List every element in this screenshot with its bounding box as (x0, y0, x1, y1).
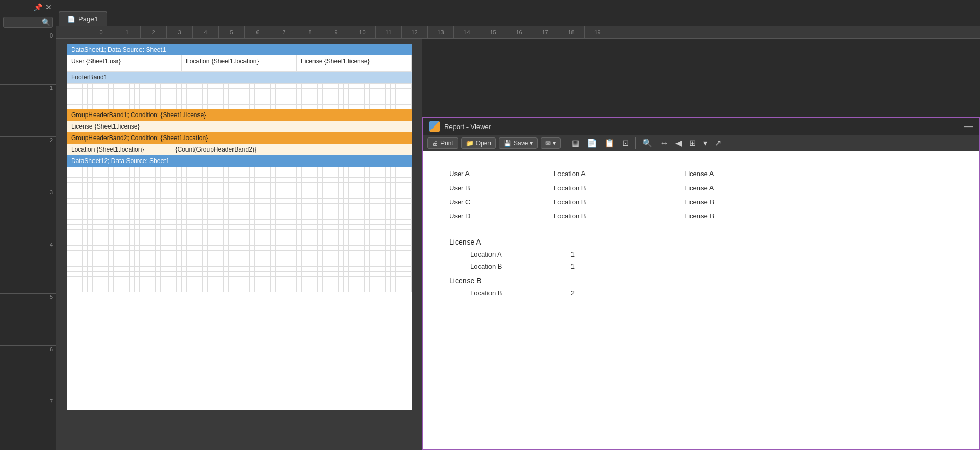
save-icon: 💾 (504, 140, 511, 147)
fit-width-button[interactable]: ↔ (658, 137, 670, 149)
ruler-h-mark-10: 10 (349, 26, 375, 38)
ruler-h-mark-13: 13 (427, 26, 453, 38)
ruler-h-mark-14: 14 (453, 26, 480, 38)
license-b-header: License B (449, 272, 953, 287)
email-icon: ✉ (545, 140, 551, 147)
open-button[interactable]: 📁 Open (461, 137, 496, 149)
multi-page-button[interactable]: ⊞ (687, 137, 698, 149)
viewer-title: Report - Viewer (444, 123, 491, 131)
tab-bar: 📄 Page1 (56, 0, 980, 26)
viewer-title-left: Report - Viewer (429, 121, 491, 132)
viewer-panel: Report - Viewer — 🖨 Print 📁 Open 💾 Save … (422, 117, 980, 450)
ruler-mark-6: 6 (0, 345, 56, 398)
footer-band: FooterBand1 (67, 72, 412, 83)
two-page-button[interactable]: 📋 (602, 137, 617, 149)
viewer-toolbar: 🖨 Print 📁 Open 💾 Save ▾ ✉ ▾ ▦ 📄 📋 ⊡ 🔍 ↔ … (423, 135, 979, 151)
ruler-h-mark-6: 6 (244, 26, 271, 38)
ruler-h-mark-1: 1 (114, 26, 140, 38)
ruler-mark-1: 1 (0, 84, 56, 136)
group-header-band2: GroupHeaderBand2; Condition: {Sheet1.loc… (67, 132, 412, 144)
ruler-h-mark-16: 16 (506, 26, 532, 38)
ruler-h-mark-8: 8 (297, 26, 323, 38)
report-license-3: License B (684, 212, 789, 220)
ruler-h-mark-0: 0 (88, 26, 114, 38)
report-data-row-0: User A Location A License A (449, 167, 953, 181)
multi-page-dropdown[interactable]: ▾ (701, 137, 709, 149)
viewer-minimize-button[interactable]: — (964, 122, 973, 131)
datasheet2-header-label: DataSheet12; Data Source: Sheet1 (71, 157, 169, 165)
close-icon[interactable]: ✕ (45, 3, 52, 11)
email-button[interactable]: ✉ ▾ (541, 137, 561, 149)
tab-label: Page1 (78, 15, 98, 23)
report-user-1: User B (449, 184, 554, 192)
canvas-page: DataSheet1; Data Source: Sheet1 User {Sh… (67, 44, 412, 410)
viewer-logo (429, 121, 440, 132)
datasheet2-grid (67, 167, 412, 292)
sidebar-top-icons: 📌 ✕ (0, 0, 56, 15)
report-location-0: Location A (554, 170, 684, 178)
datasheet1-header-band: DataSheet1; Data Source: Sheet1 (67, 44, 412, 55)
ruler-h-mark-11: 11 (375, 26, 401, 38)
search-bar[interactable]: 🔍 (3, 17, 53, 28)
license-b-loc-b-name: Location B (470, 289, 549, 297)
report-license-0: License A (684, 170, 789, 178)
horizontal-ruler: 0 1 2 3 4 5 6 7 8 9 10 11 12 13 14 15 16… (56, 26, 980, 39)
ruler-h-mark-18: 18 (558, 26, 584, 38)
report-gap (449, 223, 953, 234)
license-a-header: License A (449, 234, 953, 248)
pin-icon[interactable]: 📌 (33, 3, 42, 11)
save-button[interactable]: 💾 Save ▾ (499, 137, 538, 149)
report-data-row-3: User D Location B License B (449, 209, 953, 223)
ruler-mark-2: 2 (0, 136, 56, 189)
export-button[interactable]: ↗ (713, 137, 724, 149)
fit-page-button[interactable]: ⊡ (620, 137, 631, 149)
ruler-h-mark-17: 17 (532, 26, 558, 38)
viewer-content: User A Location A License A User B Locat… (423, 151, 979, 449)
datasheet1-header-label: DataSheet1; Data Source: Sheet1 (71, 46, 166, 53)
print-button[interactable]: 🖨 Print (427, 137, 458, 149)
report-user-3: User D (449, 212, 554, 220)
viewer-titlebar: Report - Viewer — (423, 118, 979, 135)
ruler-mark-0: 0 (0, 32, 56, 84)
report-user-0: User A (449, 170, 554, 178)
ruler-h-mark-5: 5 (218, 26, 244, 38)
ruler-h-mark-7: 7 (271, 26, 297, 38)
license-col: License {Sheet1.license} (297, 55, 412, 71)
ruler-h-mark-9: 9 (323, 26, 349, 38)
toolbar-sep1 (565, 137, 565, 149)
toolbar-sep2 (635, 137, 636, 149)
page-view-button[interactable]: ▦ (569, 137, 581, 149)
license-a-loc-b-row: Location B 1 (449, 260, 953, 272)
footer-grid (67, 83, 412, 109)
location-col: Location {Sheet1.location} (182, 55, 297, 71)
save-dropdown-icon: ▾ (530, 140, 533, 147)
tab-page1[interactable]: 📄 Page1 (59, 11, 107, 26)
vertical-ruler: 0 1 2 3 4 5 6 7 8 9 10 11 (0, 30, 56, 450)
folder-icon: 📁 (466, 140, 474, 147)
license-a-loc-a-count: 1 (549, 250, 575, 258)
group-header-band1: GroupHeaderBand1; Condition: {Sheet1.lic… (67, 109, 412, 121)
group1-content: License {Sheet1.license} (67, 121, 412, 132)
group2-count: {Count(GroupHeaderBand2)} (175, 146, 256, 153)
license-a-loc-b-name: Location B (470, 262, 549, 270)
report-license-1: License A (684, 184, 789, 192)
search-input[interactable] (6, 19, 42, 26)
ruler-mark-7: 7 (0, 398, 56, 450)
ruler-mark-3: 3 (0, 189, 56, 241)
report-location-3: Location B (554, 212, 684, 220)
ruler-h-mark-15: 15 (480, 26, 506, 38)
search-icon: 🔍 (42, 18, 50, 26)
ruler-h-mark-19: 19 (584, 26, 610, 38)
left-sidebar: 📌 ✕ 🔍 0 1 2 3 4 5 6 7 8 9 10 11 (0, 0, 56, 450)
page-icon: 📄 (67, 16, 75, 23)
ruler-h-mark-3: 3 (166, 26, 192, 38)
nav-back-button[interactable]: ◀ (673, 137, 684, 149)
group2-content: Location {Sheet1.location} {Count(GroupH… (67, 144, 412, 155)
zoom-button[interactable]: 🔍 (640, 137, 655, 149)
report-data-row-2: User C Location B License B (449, 195, 953, 209)
single-page-button[interactable]: 📄 (585, 137, 599, 149)
license-b-loc-b-count: 2 (549, 289, 575, 297)
canvas-area: DataSheet1; Data Source: Sheet1 User {Sh… (56, 39, 422, 450)
ruler-h-mark-4: 4 (192, 26, 218, 38)
license-a-loc-b-count: 1 (549, 262, 575, 270)
